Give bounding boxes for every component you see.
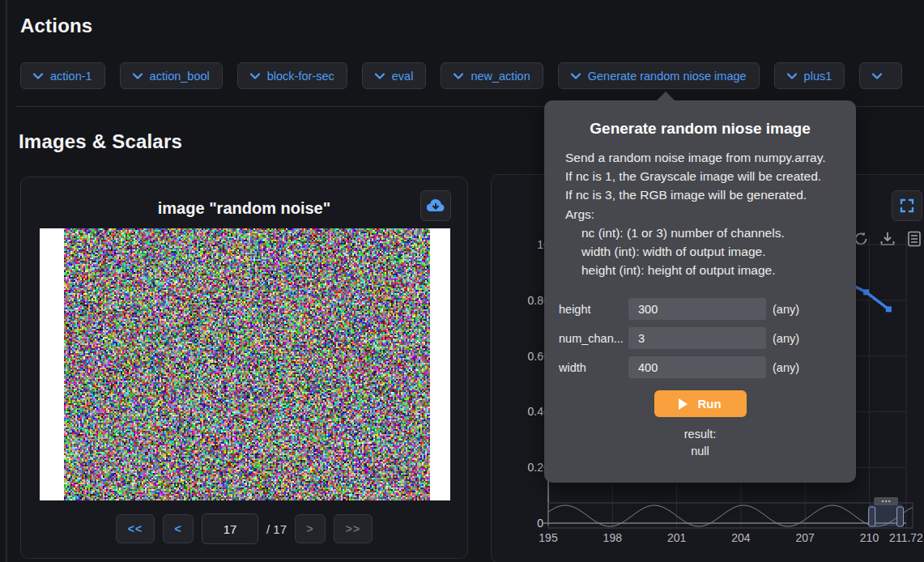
- page-total-label: / 17: [266, 522, 287, 536]
- image-download-button[interactable]: [420, 190, 451, 221]
- popup-description: Send a random noise image from numpy.arr…: [565, 148, 837, 279]
- arg-type-label: (any): [773, 303, 799, 316]
- arg-type-label: (any): [773, 361, 799, 374]
- last-page-button[interactable]: >>: [334, 514, 373, 543]
- first-page-button[interactable]: <<: [116, 514, 155, 543]
- play-icon: [679, 398, 688, 410]
- chevron-down-icon: [33, 73, 43, 79]
- description-line: height (int): height of output image.: [565, 261, 837, 279]
- actions-bar: action-1 action_bool block-for-sec eval …: [20, 62, 924, 89]
- run-button-label: Run: [697, 397, 721, 411]
- action-button-action-bool[interactable]: action_bool: [120, 62, 223, 89]
- action-button-label: new_action: [471, 70, 530, 83]
- arg-row: num_chan... (any): [559, 327, 856, 349]
- description-line: If nc is 3, the RGB image will be genera…: [565, 185, 837, 204]
- datazoom-handle[interactable]: [897, 507, 904, 526]
- action-button-block-for-sec[interactable]: block-for-sec: [237, 62, 347, 89]
- arg-name-label: num_chan...: [559, 332, 628, 345]
- action-button-partial[interactable]: [859, 62, 902, 89]
- arg-height-input[interactable]: [628, 298, 766, 320]
- pagination: << < / 17 > >>: [21, 513, 467, 544]
- page-number-input[interactable]: [202, 513, 258, 544]
- cloud-download-icon: [427, 198, 445, 213]
- image-figure: [40, 228, 450, 500]
- action-button-label: block-for-sec: [267, 70, 334, 83]
- popup-arrow: [657, 92, 675, 100]
- chevron-down-icon: [872, 73, 882, 79]
- description-line: width (int): width of output image.: [565, 242, 837, 261]
- action-popup: Generate random niose image Send a rando…: [544, 100, 856, 483]
- run-button[interactable]: Run: [654, 390, 747, 417]
- random-noise-image: [64, 228, 430, 500]
- arg-type-label: (any): [773, 332, 799, 345]
- description-line: Args:: [565, 205, 837, 224]
- action-button-label: eval: [392, 70, 414, 83]
- actions-heading: Actions: [20, 15, 92, 37]
- next-page-button[interactable]: >: [295, 514, 326, 543]
- action-button-label: Generate random niose image: [588, 70, 747, 83]
- action-button-generate-random-niose-image[interactable]: Generate random niose image: [558, 62, 760, 89]
- action-button-plus1[interactable]: plus1: [774, 62, 845, 89]
- chevron-down-icon: [571, 73, 581, 79]
- chevron-down-icon: [787, 73, 797, 79]
- result-label: result:: [544, 428, 856, 441]
- action-button-action-1[interactable]: action-1: [20, 62, 105, 89]
- chevron-down-icon: [453, 73, 463, 79]
- description-line: Send a random noise image from numpy.arr…: [565, 148, 837, 167]
- action-button-label: action-1: [50, 70, 92, 83]
- popup-args: height (any) num_chan... (any) width (an…: [559, 298, 856, 378]
- datazoom-handle[interactable]: [869, 507, 875, 526]
- arg-num-channels-input[interactable]: [628, 327, 766, 349]
- image-card: image "random noise" << < / 17 > >>: [20, 177, 468, 559]
- popup-title: Generate random niose image: [544, 120, 856, 138]
- arg-row: width (any): [559, 356, 856, 378]
- action-button-label: plus1: [804, 70, 832, 83]
- chevron-down-icon: [250, 73, 260, 79]
- arg-row: height (any): [559, 298, 856, 320]
- description-line: nc (int): (1 or 3) number of channels.: [565, 224, 837, 242]
- description-line: If nc is 1, the Grayscale image will be …: [565, 167, 837, 185]
- left-scroll-track[interactable]: [6, 0, 7, 562]
- arg-name-label: height: [559, 303, 628, 316]
- chevron-down-icon: [133, 73, 143, 79]
- action-button-label: action_bool: [150, 70, 210, 83]
- image-card-title: image "random noise": [21, 199, 467, 218]
- action-button-new-action[interactable]: new_action: [441, 62, 543, 89]
- chevron-down-icon: [375, 73, 385, 79]
- result-value: null: [544, 445, 856, 458]
- images-scalars-heading: Images & Scalars: [19, 130, 182, 153]
- prev-page-button[interactable]: <: [163, 514, 194, 543]
- arg-width-input[interactable]: [628, 356, 766, 378]
- action-button-eval[interactable]: eval: [362, 62, 427, 89]
- arg-name-label: width: [559, 361, 628, 374]
